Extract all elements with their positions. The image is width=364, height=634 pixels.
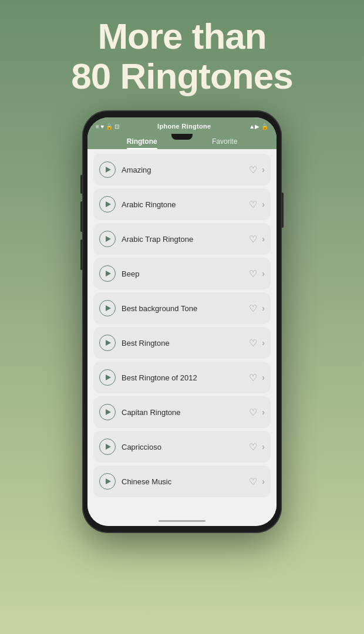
ringtone-name: Amazing bbox=[122, 166, 249, 174]
ringtone-name: Chinese Music bbox=[122, 477, 249, 486]
play-icon bbox=[106, 444, 111, 450]
play-icon bbox=[106, 375, 111, 380]
phone-mockup: ≡ ♥ 🔒 ⊡ Iphone Ringtone ▲▶ 🔒 Ringtone Fa… bbox=[82, 110, 282, 533]
volume-up-button bbox=[80, 201, 82, 232]
play-icon bbox=[106, 236, 111, 242]
chevron-icon: › bbox=[262, 373, 265, 382]
list-item[interactable]: Beep ♡ › bbox=[93, 258, 271, 289]
ringtone-list: Amazing ♡ › Arabic Ringtone ♡ › Arabic T… bbox=[87, 149, 277, 515]
status-title: Iphone Ringtone bbox=[157, 123, 211, 130]
play-button[interactable] bbox=[99, 300, 116, 316]
favorite-icon[interactable]: ♡ bbox=[249, 372, 257, 383]
tab-favorite[interactable]: Favorite bbox=[212, 137, 237, 149]
tab-ringtone[interactable]: Ringtone bbox=[127, 137, 157, 149]
mute-button bbox=[80, 175, 82, 194]
play-button[interactable] bbox=[99, 161, 116, 178]
ringtone-name: Arabic Trap Ringtone bbox=[122, 235, 249, 244]
status-left: ≡ ♥ 🔒 ⊡ bbox=[96, 123, 119, 130]
chevron-icon: › bbox=[262, 200, 265, 209]
ringtone-name: Beep bbox=[122, 269, 249, 278]
list-item[interactable]: Best Ringtone ♡ › bbox=[93, 327, 271, 359]
headline: More than 80 Ringtones bbox=[71, 16, 292, 96]
favorite-icon[interactable]: ♡ bbox=[249, 234, 257, 245]
play-icon bbox=[106, 201, 111, 207]
chevron-icon: › bbox=[262, 442, 265, 451]
list-item[interactable]: Capitan Ringtone ♡ › bbox=[93, 396, 271, 428]
play-button[interactable] bbox=[99, 473, 116, 490]
chevron-icon: › bbox=[262, 303, 265, 313]
chevron-icon: › bbox=[262, 407, 265, 417]
favorite-icon[interactable]: ♡ bbox=[249, 407, 257, 418]
play-button[interactable] bbox=[99, 369, 116, 386]
ringtone-name: Best Ringtone bbox=[122, 339, 249, 348]
play-button[interactable] bbox=[99, 265, 116, 282]
status-right: ▲▶ 🔒 bbox=[249, 123, 268, 130]
play-icon bbox=[106, 340, 111, 346]
status-bar: ≡ ♥ 🔒 ⊡ Iphone Ringtone ▲▶ 🔒 bbox=[87, 117, 277, 134]
home-bar bbox=[159, 520, 205, 522]
list-item[interactable]: Chinese Music ♡ › bbox=[93, 466, 271, 497]
favorite-icon[interactable]: ♡ bbox=[249, 441, 257, 453]
play-button[interactable] bbox=[99, 404, 116, 420]
phone-screen: ≡ ♥ 🔒 ⊡ Iphone Ringtone ▲▶ 🔒 Ringtone Fa… bbox=[87, 117, 277, 526]
chevron-icon: › bbox=[262, 165, 265, 174]
play-button[interactable] bbox=[99, 231, 116, 247]
notch bbox=[171, 134, 193, 140]
ringtone-name: Capitan Ringtone bbox=[122, 408, 249, 417]
volume-down-button bbox=[80, 240, 82, 270]
play-icon bbox=[106, 409, 111, 415]
list-item[interactable]: Amazing ♡ › bbox=[93, 154, 271, 186]
play-icon bbox=[106, 305, 111, 311]
signal-icons: ▲▶ 🔒 bbox=[249, 123, 268, 130]
favorite-icon[interactable]: ♡ bbox=[249, 338, 257, 349]
play-icon bbox=[106, 167, 111, 173]
favorite-icon[interactable]: ♡ bbox=[249, 199, 257, 210]
ringtone-name: Capriccioso bbox=[122, 443, 249, 451]
favorite-icon[interactable]: ♡ bbox=[249, 268, 257, 279]
headline-line1: More than bbox=[97, 16, 266, 56]
favorite-icon[interactable]: ♡ bbox=[249, 303, 257, 314]
list-item[interactable]: Best background Tone ♡ › bbox=[93, 292, 271, 324]
chevron-icon: › bbox=[262, 234, 265, 244]
play-button[interactable] bbox=[99, 196, 116, 213]
chevron-icon: › bbox=[262, 477, 265, 486]
play-icon bbox=[106, 271, 111, 276]
play-icon bbox=[106, 478, 111, 484]
list-item[interactable]: Arabic Trap Ringtone ♡ › bbox=[93, 223, 271, 255]
status-icons: ≡ ♥ 🔒 ⊡ bbox=[96, 123, 119, 130]
ringtone-name: Arabic Ringtone bbox=[122, 200, 249, 209]
favorite-icon[interactable]: ♡ bbox=[249, 164, 257, 176]
play-button[interactable] bbox=[99, 439, 116, 455]
ringtone-name: Best Ringtone of 2012 bbox=[122, 373, 249, 382]
power-button bbox=[282, 193, 284, 228]
headline-line2: 80 Ringtones bbox=[71, 56, 292, 96]
list-item[interactable]: Capriccioso ♡ › bbox=[93, 431, 271, 463]
favorite-icon[interactable]: ♡ bbox=[249, 476, 257, 487]
chevron-icon: › bbox=[262, 269, 265, 278]
play-button[interactable] bbox=[99, 335, 116, 351]
list-item[interactable]: Best Ringtone of 2012 ♡ › bbox=[93, 362, 271, 393]
ringtone-name: Best background Tone bbox=[122, 304, 249, 313]
chevron-icon: › bbox=[262, 338, 265, 348]
list-item[interactable]: Arabic Ringtone ♡ › bbox=[93, 188, 271, 220]
home-indicator bbox=[87, 515, 277, 526]
